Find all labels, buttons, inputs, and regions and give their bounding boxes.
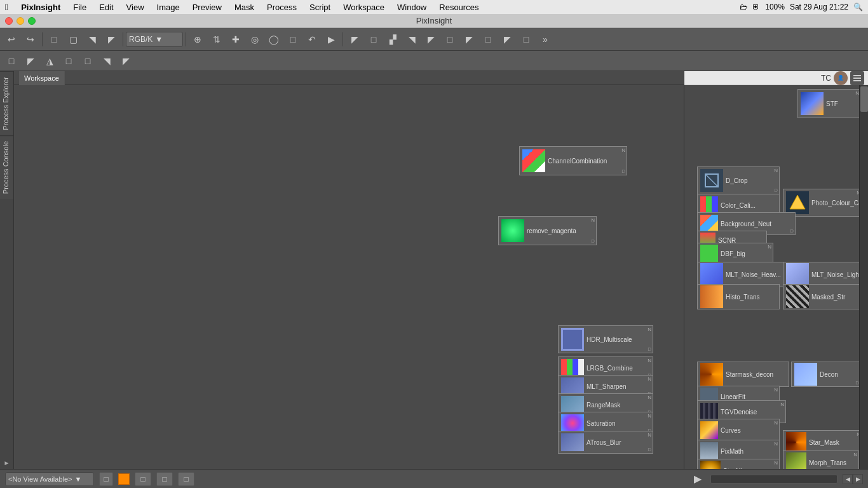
view-toggle-btn[interactable]: □ bbox=[99, 472, 113, 486]
process-console-tab[interactable]: Process Console bbox=[0, 135, 13, 199]
menu-resources[interactable]: Resources bbox=[437, 3, 481, 12]
view-mode-2[interactable]: □ bbox=[156, 472, 173, 486]
node-stf[interactable]: N STF bbox=[797, 89, 861, 118]
menu-image[interactable]: Image bbox=[154, 3, 182, 12]
menu-process[interactable]: Process bbox=[264, 3, 299, 12]
menu-preview[interactable]: Preview bbox=[190, 3, 224, 12]
tb2-btn-5[interactable]: □ bbox=[79, 52, 97, 70]
menu-right: 🗁 ⛨ 100% Sat 29 Aug 21:22 🔍 bbox=[740, 3, 863, 11]
pixmath-label: PixMath bbox=[721, 448, 743, 455]
node-n-marker: N bbox=[780, 402, 784, 407]
star-mask-label: Star_Mask bbox=[809, 439, 839, 446]
tb-view-8[interactable]: □ bbox=[479, 30, 497, 48]
tb-tool-3[interactable]: ✚ bbox=[227, 30, 245, 48]
node-n-marker: N bbox=[648, 327, 651, 332]
mlt-noise-light-label: MLT_Noise_Ligh... bbox=[811, 271, 864, 278]
d-crop-label: D_Crop bbox=[726, 177, 747, 184]
curves-icon bbox=[700, 421, 718, 439]
mlt-noise-heavy-label: MLT_Noise_Heav... bbox=[726, 271, 781, 278]
tb2-btn-2[interactable]: ◤ bbox=[22, 52, 39, 70]
atrous-blur-label: ATrous_Blur bbox=[587, 439, 621, 446]
undo-button[interactable]: ↩ bbox=[3, 30, 20, 48]
tb-view-6[interactable]: □ bbox=[441, 30, 459, 48]
tb2-btn-6[interactable]: ◥ bbox=[98, 52, 116, 70]
node-morph-trans[interactable]: N Morph_Trans bbox=[783, 451, 859, 469]
minimize-button[interactable] bbox=[17, 17, 24, 25]
photo-colour-icon bbox=[786, 191, 809, 214]
tb-view-5[interactable]: ◤ bbox=[422, 30, 440, 48]
right-panel-scrollbar[interactable] bbox=[859, 85, 868, 469]
menu-script[interactable]: Script bbox=[307, 3, 333, 12]
scroll-left-btn[interactable]: ◀ bbox=[843, 474, 853, 484]
node-decon[interactable]: Decon D bbox=[791, 362, 861, 387]
menu-file[interactable]: File bbox=[71, 3, 89, 12]
tb-btn-3[interactable]: ◥ bbox=[83, 30, 101, 48]
menu-view[interactable]: View bbox=[124, 3, 147, 12]
tb-btn-4[interactable]: ◤ bbox=[102, 30, 120, 48]
tb2-btn-7[interactable]: ◤ bbox=[117, 52, 135, 70]
menu-pixinsight[interactable]: PixInsight bbox=[18, 3, 63, 12]
menu-workspace[interactable]: Workspace bbox=[341, 3, 387, 12]
sidebar-collapse-arrow[interactable]: ► bbox=[4, 459, 10, 466]
node-histo-trans[interactable]: Histo_Trans bbox=[697, 284, 780, 309]
menu-window[interactable]: Window bbox=[395, 3, 429, 12]
node-n-marker: N bbox=[774, 460, 778, 466]
view-mode-3[interactable]: □ bbox=[178, 472, 194, 486]
view-selector-dropdown[interactable]: <No View Available> ▼ bbox=[5, 472, 94, 486]
node-channel-combination[interactable]: N ChannelCombination D bbox=[519, 146, 627, 175]
menu-mask[interactable]: Mask bbox=[232, 3, 257, 12]
tb-tool-6[interactable]: □ bbox=[284, 30, 302, 48]
tb-view-7[interactable]: ◤ bbox=[460, 30, 478, 48]
node-mlt-noise-light[interactable]: MLT_Noise_Ligh... bbox=[783, 262, 865, 287]
node-star-align[interactable]: N StarAlign bbox=[697, 459, 780, 469]
node-starmask-decon[interactable]: Starmask_decon bbox=[697, 362, 789, 387]
tb2-btn-1[interactable]: □ bbox=[3, 52, 20, 70]
cursor-tool[interactable]: ▶ bbox=[322, 30, 340, 48]
canvas-area[interactable]: Workspace N ChannelCombination D N remov… bbox=[14, 71, 684, 469]
node-atrous-blur[interactable]: N ATrous_Blur D bbox=[558, 431, 653, 454]
node-d-crop[interactable]: N D_Crop D bbox=[697, 166, 780, 194]
tb-tool-1[interactable]: ⊕ bbox=[189, 30, 207, 48]
node-mlt-noise-heavy[interactable]: MLT_Noise_Heav... bbox=[697, 262, 786, 287]
search-icon[interactable]: 🔍 bbox=[853, 3, 863, 11]
tb-view-2[interactable]: □ bbox=[365, 30, 383, 48]
tb-view-10[interactable]: □ bbox=[517, 30, 535, 48]
scroll-right-btn[interactable]: ▶ bbox=[853, 474, 863, 484]
tb-more[interactable]: » bbox=[536, 30, 554, 48]
channel-combination-icon bbox=[522, 149, 545, 172]
scrollbar-thumb[interactable] bbox=[860, 86, 868, 112]
tb-view-1[interactable]: ◤ bbox=[346, 30, 363, 48]
play-button[interactable]: ▶ bbox=[690, 471, 705, 487]
workspace-tab[interactable]: Workspace bbox=[19, 71, 65, 85]
panel-icon[interactable] bbox=[850, 71, 864, 85]
maximize-button[interactable] bbox=[28, 17, 36, 25]
node-curves[interactable]: N Curves bbox=[697, 419, 780, 442]
node-hdr-multiscale[interactable]: N HDR_Multiscale D bbox=[558, 325, 653, 353]
user-avatar[interactable]: 👤 bbox=[834, 71, 848, 85]
close-button[interactable] bbox=[5, 17, 13, 25]
tb-tool-5[interactable]: ◯ bbox=[265, 30, 283, 48]
svg-rect-0 bbox=[853, 75, 861, 76]
node-n-marker: N bbox=[621, 147, 625, 153]
redo-button[interactable]: ↪ bbox=[22, 30, 39, 48]
histo-trans-label: Histo_Trans bbox=[726, 294, 760, 301]
process-explorer-tab[interactable]: Process Explorer bbox=[0, 71, 13, 135]
tb2-btn-3[interactable]: ◮ bbox=[41, 52, 58, 70]
node-masked-str[interactable]: Masked_Str D bbox=[783, 284, 865, 309]
node-remove-magenta[interactable]: N remove_magenta D bbox=[498, 216, 597, 245]
colorspace-dropdown[interactable]: RGB/K ▼ bbox=[126, 32, 183, 47]
tb-btn-1[interactable]: □ bbox=[45, 30, 63, 48]
tb-btn-2[interactable]: ▢ bbox=[64, 30, 82, 48]
tb-view-3[interactable]: ▞ bbox=[384, 30, 402, 48]
view-mode-1[interactable]: □ bbox=[135, 472, 151, 486]
node-dbf-big[interactable]: N DBF_big bbox=[697, 243, 773, 264]
tb-view-4[interactable]: ◥ bbox=[403, 30, 421, 48]
tb-tool-2[interactable]: ⇅ bbox=[208, 30, 226, 48]
tb-view-9[interactable]: ◤ bbox=[498, 30, 516, 48]
tb2-btn-4[interactable]: □ bbox=[60, 52, 78, 70]
tb-tool-7[interactable]: ↶ bbox=[303, 30, 321, 48]
curves-label: Curves bbox=[721, 427, 741, 434]
tb-tool-4[interactable]: ◎ bbox=[246, 30, 264, 48]
tgv-denoise-icon bbox=[700, 403, 718, 421]
menu-edit[interactable]: Edit bbox=[97, 3, 116, 12]
